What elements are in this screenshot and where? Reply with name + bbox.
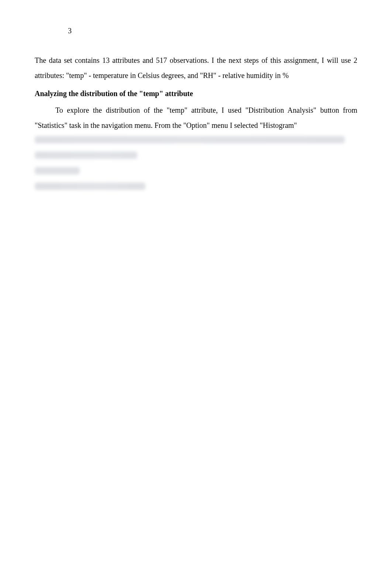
document-page: 3 The data set contains 13 attributes an…: [0, 0, 392, 233]
redacted-content-block: [35, 136, 357, 190]
paragraph-dataset-description: The data set contains 13 attributes and …: [35, 53, 357, 83]
redacted-line: [35, 167, 80, 174]
heading-analyzing-temp: Analyzing the distribution of the "temp"…: [35, 86, 357, 101]
redacted-line: [35, 183, 145, 190]
paragraph-explore-distribution: To explore the distribution of the "temp…: [35, 103, 357, 133]
redacted-line: [35, 136, 345, 143]
redacted-line: [35, 152, 137, 159]
page-number: 3: [68, 27, 357, 35]
